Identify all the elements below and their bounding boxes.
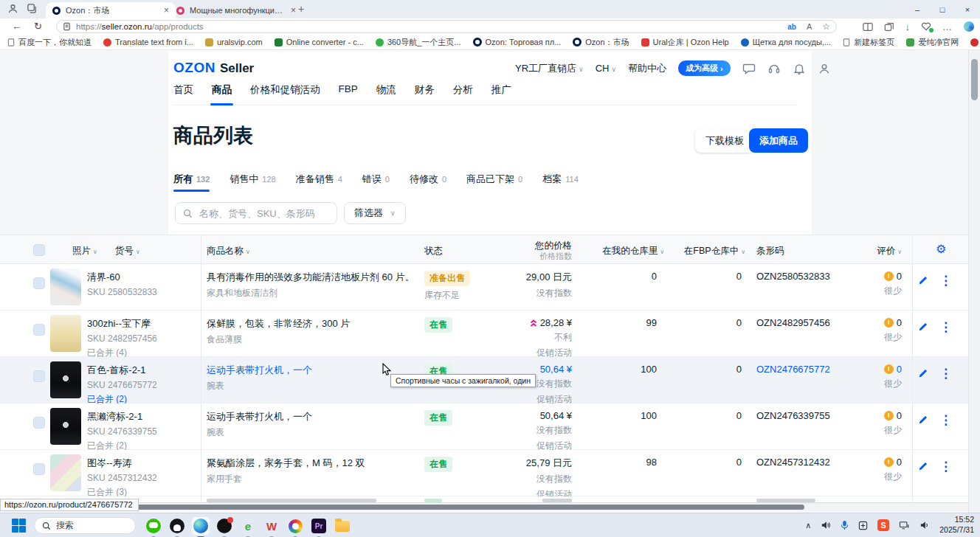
taskbar-edge-icon[interactable] bbox=[192, 517, 210, 535]
column-header-article[interactable]: 货号∨ bbox=[115, 245, 140, 257]
tab-close-icon[interactable]: × bbox=[164, 5, 169, 15]
product-name[interactable]: 运动手表带打火机，一个 bbox=[207, 410, 417, 423]
browser-tab-inactive[interactable]: Мощные многофункциональнь × bbox=[170, 2, 303, 18]
select-all-checkbox[interactable] bbox=[33, 244, 45, 256]
row-checkbox[interactable] bbox=[33, 370, 45, 382]
nav-item-pricing[interactable]: 价格和促销活动 bbox=[250, 83, 320, 97]
bookmark[interactable]: 章鱼AI bbox=[970, 37, 980, 48]
close-button[interactable]: × bbox=[955, 5, 980, 14]
edit-pencil-icon[interactable] bbox=[919, 461, 928, 471]
chat-icon[interactable] bbox=[742, 62, 756, 75]
taskbar-file-explorer-icon[interactable] bbox=[334, 517, 351, 535]
add-product-button[interactable]: 添加商品 bbox=[749, 128, 808, 153]
filter-tab-archive[interactable]: 档案114 bbox=[542, 173, 579, 186]
premium-button[interactable]: 成为高级› bbox=[678, 60, 731, 76]
nav-item-promotion[interactable]: 推广 bbox=[491, 83, 511, 97]
edit-pencil-icon[interactable] bbox=[919, 368, 928, 378]
column-header-rating[interactable]: 评价∨ bbox=[849, 245, 902, 257]
help-center-link[interactable]: 帮助中心 bbox=[628, 62, 666, 75]
store-selector[interactable]: YR工厂直销店∨ bbox=[515, 62, 584, 75]
translate-icon[interactable]: ab bbox=[787, 23, 796, 31]
copilot-icon[interactable] bbox=[964, 21, 974, 32]
filter-tab-errors[interactable]: 错误0 bbox=[362, 173, 390, 186]
reload-icon[interactable]: ↻ bbox=[34, 21, 42, 32]
column-header-name[interactable]: 商品名称∨ bbox=[207, 245, 250, 257]
product-thumbnail[interactable] bbox=[50, 268, 81, 305]
support-headset-icon[interactable] bbox=[767, 62, 781, 75]
start-button[interactable] bbox=[12, 519, 26, 533]
row-checkbox[interactable] bbox=[33, 277, 45, 289]
taskbar-search[interactable]: 搜索 bbox=[34, 517, 136, 534]
nav-item-analytics[interactable]: 分析 bbox=[453, 83, 473, 97]
nav-item-fbp[interactable]: FBP bbox=[339, 83, 358, 97]
product-name[interactable]: 聚氨酯涂层，家务手套，M 码，12 双 bbox=[207, 457, 417, 470]
product-thumbnail[interactable] bbox=[50, 408, 81, 445]
search-input[interactable] bbox=[198, 207, 329, 220]
split-screen-icon[interactable] bbox=[863, 22, 873, 32]
tray-mic-icon[interactable] bbox=[841, 520, 849, 530]
filter-tab-ready[interactable]: 准备销售4 bbox=[296, 173, 342, 186]
nav-item-home[interactable]: 首页 bbox=[173, 83, 193, 97]
nav-item-finance[interactable]: 财务 bbox=[415, 83, 435, 97]
product-thumbnail[interactable] bbox=[50, 361, 81, 398]
tray-expand-icon[interactable]: ∧ bbox=[805, 521, 811, 530]
tray-ime-icon[interactable] bbox=[858, 521, 868, 530]
collections-icon[interactable] bbox=[884, 22, 894, 32]
edit-pencil-icon[interactable] bbox=[919, 275, 928, 285]
nav-item-products[interactable]: 商品 bbox=[212, 83, 232, 97]
table-row[interactable]: 300zhi--宝下摩 SKU 2482957456 已合并 (4) 保鲜膜，包… bbox=[0, 311, 968, 357]
product-thumbnail[interactable] bbox=[50, 315, 81, 352]
taskbar-wechat-icon[interactable] bbox=[145, 517, 162, 535]
bookmark[interactable]: Щетка для посуды,... bbox=[741, 38, 831, 46]
tab-close-icon[interactable]: × bbox=[291, 5, 296, 15]
row-checkbox[interactable] bbox=[33, 463, 45, 475]
taskbar-qq-icon[interactable] bbox=[168, 517, 186, 535]
bookmark[interactable]: 新建标签页 bbox=[843, 37, 894, 48]
ozon-seller-logo[interactable]: OZONSeller bbox=[173, 60, 254, 76]
taskbar-word-icon[interactable]: W bbox=[263, 517, 280, 535]
settings-menu-icon[interactable]: … bbox=[942, 21, 953, 32]
row-checkbox[interactable] bbox=[33, 417, 45, 429]
table-row[interactable]: 图岑--寿涛 SKU 2457312432 已合并 (3) 聚氨酯涂层，家务手套… bbox=[0, 450, 968, 496]
article-name[interactable]: 300zhi--宝下摩 bbox=[87, 317, 198, 330]
bookmark[interactable]: Ozon: Торговая пл... bbox=[473, 38, 562, 46]
address-bar[interactable]: https://seller.ozon.ru/app/products ab A… bbox=[56, 20, 837, 33]
filter-tab-selling[interactable]: 销售中128 bbox=[230, 173, 275, 186]
read-aloud-icon[interactable]: A bbox=[807, 22, 812, 31]
product-search[interactable] bbox=[175, 202, 337, 224]
taskbar-app-badge-icon[interactable] bbox=[215, 517, 233, 535]
horizontal-scrollbar[interactable] bbox=[0, 502, 968, 510]
filter-tab-to-fix[interactable]: 待修改0 bbox=[410, 173, 446, 186]
tray-volume-icon[interactable] bbox=[919, 521, 930, 530]
bookmark[interactable]: Ozon：市场 bbox=[573, 37, 629, 48]
taskbar-explorer-e-icon[interactable]: e bbox=[239, 517, 257, 535]
bookmark[interactable]: uralsvip.com bbox=[205, 38, 263, 46]
notifications-bell-icon[interactable] bbox=[793, 62, 806, 75]
table-row[interactable]: 清界-60 SKU 2580532833 具有消毒作用的强效多功能清洁地板片剂 … bbox=[0, 264, 968, 311]
row-checkbox[interactable] bbox=[33, 324, 45, 336]
downloads-icon[interactable]: ↓ bbox=[905, 21, 911, 32]
favorite-star-icon[interactable]: ☆ bbox=[822, 21, 830, 32]
barcode-link[interactable]: OZN2476675772 bbox=[756, 364, 830, 375]
article-name[interactable]: 黑濑湾标-2-1 bbox=[87, 410, 198, 423]
minimize-button[interactable]: – bbox=[905, 5, 930, 14]
new-tab-button[interactable]: + bbox=[298, 3, 304, 15]
table-row[interactable]: 黑濑湾标-2-1 SKU 2476339755 已合并 (2) 运动手表带打火机… bbox=[0, 403, 968, 450]
download-template-button[interactable]: 下载模板 bbox=[695, 128, 754, 153]
vertical-scrollbar[interactable] bbox=[968, 50, 980, 513]
row-menu-dots-icon[interactable]: ⋮ bbox=[939, 319, 952, 335]
bookmark[interactable]: Ural企库 | Ozon Help bbox=[641, 37, 729, 48]
product-name[interactable]: 具有消毒作用的强效多功能清洁地板片剂 60 片。 bbox=[207, 271, 417, 284]
tray-sogou-icon[interactable]: S bbox=[877, 519, 889, 531]
tray-speaker-icon[interactable] bbox=[821, 521, 831, 530]
workspaces-icon[interactable] bbox=[27, 3, 38, 14]
browser-tab-active[interactable]: Ozon：市场 × bbox=[46, 2, 176, 18]
edit-pencil-icon[interactable] bbox=[919, 322, 928, 331]
browser-profile-icon[interactable] bbox=[7, 3, 18, 14]
product-thumbnail[interactable] bbox=[50, 454, 81, 491]
price-value[interactable]: 50,64 ¥ bbox=[540, 364, 572, 375]
vertical-scrollbar-thumb[interactable] bbox=[971, 59, 978, 100]
rating-value[interactable]: 0 bbox=[897, 364, 902, 375]
row-menu-dots-icon[interactable]: ⋮ bbox=[939, 366, 952, 381]
row-menu-dots-icon[interactable]: ⋮ bbox=[939, 273, 952, 288]
